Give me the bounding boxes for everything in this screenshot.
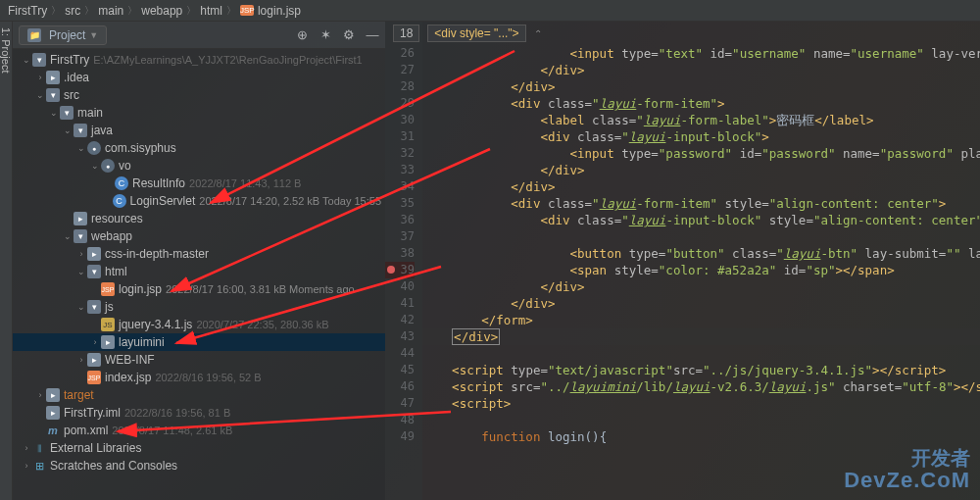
expand-icon[interactable]: ✶ xyxy=(318,28,332,42)
expand-icon[interactable]: › xyxy=(75,249,87,259)
code-line[interactable]: <div class="layui-form-item" style="alig… xyxy=(422,195,980,212)
breadcrumb-segment[interactable]: html xyxy=(200,4,222,18)
breadcrumb-segment[interactable]: FirstTry xyxy=(8,4,47,18)
line-number[interactable]: 37 xyxy=(385,228,415,245)
code-line[interactable]: <button type="button" class="layui-btn" … xyxy=(422,245,980,262)
collapse-icon[interactable]: ⌄ xyxy=(75,267,87,276)
tree-row[interactable]: ⌄▾src xyxy=(13,86,385,104)
line-number[interactable]: 33 xyxy=(385,162,415,178)
code-area[interactable]: <input type="text" id="username" name="u… xyxy=(422,22,980,500)
line-number[interactable]: 39 xyxy=(385,262,415,278)
tree-row[interactable]: ›▸target xyxy=(13,386,385,404)
code-line[interactable]: </div> xyxy=(422,328,980,345)
code-line[interactable]: <div class="layui-form-item"> xyxy=(422,95,980,112)
line-number[interactable]: 26 xyxy=(385,45,415,62)
line-number[interactable]: 28 xyxy=(385,78,415,95)
collapse-icon[interactable]: ⌄ xyxy=(21,55,32,65)
expand-icon[interactable]: › xyxy=(34,390,46,400)
tree-row[interactable]: mpom.xml 2022/8/17 11:48, 2.61 kB xyxy=(13,422,385,439)
line-number[interactable]: 42 xyxy=(385,312,415,328)
tree-row[interactable]: CResultInfo 2022/8/17 11:43, 112 B xyxy=(13,175,385,192)
line-number[interactable]: 36 xyxy=(385,212,415,228)
tree-row[interactable]: JSPlogin.jsp 2022/8/17 16:00, 3.81 kB Mo… xyxy=(13,280,385,298)
line-number[interactable]: 47 xyxy=(385,395,415,412)
code-line[interactable]: function login(){ xyxy=(422,428,980,445)
code-line[interactable]: <script> xyxy=(422,395,980,412)
line-number[interactable]: 43 xyxy=(385,328,415,345)
line-number[interactable]: 29 xyxy=(385,95,415,112)
code-line[interactable]: </div> xyxy=(422,178,980,195)
tree-row[interactable]: ›⫴External Libraries xyxy=(13,439,385,457)
tree-row[interactable]: ›▸.idea xyxy=(13,69,385,86)
tree-row[interactable]: ⌄●com.sisyphus xyxy=(13,139,385,157)
collapse-icon[interactable]: ⌄ xyxy=(62,125,74,135)
breadcrumb-segment[interactable]: login.jsp xyxy=(258,4,301,18)
line-number[interactable]: 38 xyxy=(385,245,415,262)
line-number[interactable]: 41 xyxy=(385,295,415,312)
hide-icon[interactable]: — xyxy=(366,28,379,42)
line-number[interactable]: 45 xyxy=(385,362,415,378)
tree-row[interactable]: ⌄▾webapp xyxy=(13,227,385,245)
code-line[interactable]: <script src="../layuimini/lib/layui-v2.6… xyxy=(422,378,980,395)
code-line[interactable] xyxy=(422,345,980,362)
collapse-icon[interactable]: ⌄ xyxy=(62,231,74,241)
tree-row[interactable]: ⌄●vo xyxy=(13,157,385,175)
code-line[interactable] xyxy=(422,412,980,428)
code-line[interactable]: <script type="text/javascript"src="../js… xyxy=(422,362,980,378)
tree-row[interactable]: ⌄▾html xyxy=(13,263,385,280)
tree-row[interactable]: JSPindex.jsp 2022/8/16 19:56, 52 B xyxy=(13,369,385,386)
line-number[interactable]: 30 xyxy=(385,112,415,128)
line-number[interactable]: 49 xyxy=(385,428,415,445)
line-number[interactable]: 34 xyxy=(385,178,415,195)
line-number[interactable]: 48 xyxy=(385,412,415,428)
line-number[interactable]: 32 xyxy=(385,145,415,162)
expand-icon[interactable]: › xyxy=(21,443,32,453)
code-line[interactable]: <div class="layui-input-block" style="al… xyxy=(422,212,980,228)
tree-row[interactable]: ⌄▾main xyxy=(13,104,385,122)
tree-row[interactable]: ▸resources xyxy=(13,210,385,227)
breadcrumb-segment[interactable]: src xyxy=(65,4,80,18)
code-line[interactable]: </div> xyxy=(422,162,980,178)
line-number[interactable]: 27 xyxy=(385,62,415,78)
settings-icon[interactable]: ⚙ xyxy=(342,28,356,42)
collapse-icon[interactable]: ⌄ xyxy=(75,143,87,153)
collapse-icon[interactable]: ⌄ xyxy=(34,90,46,100)
code-line[interactable]: <input type="password" id="password" nam… xyxy=(422,145,980,162)
tree-row[interactable]: ›▸WEB-INF xyxy=(13,351,385,369)
tree-row[interactable]: JSjquery-3.4.1.js 2020/7/27 22:35, 280.3… xyxy=(13,316,385,333)
tree-row[interactable]: ›▸css-in-depth-master xyxy=(13,245,385,263)
line-gutter[interactable]: 2627282930313233343536373839404142434445… xyxy=(385,22,422,500)
code-line[interactable]: </div> xyxy=(422,78,980,95)
project-tool-tab[interactable]: 1: Project xyxy=(0,22,13,500)
code-line[interactable]: </div> xyxy=(422,295,980,312)
code-editor[interactable]: 18 <div style= "..."> ⌃ 2627282930313233… xyxy=(385,22,980,500)
line-number[interactable]: 46 xyxy=(385,378,415,395)
tree-row[interactable]: ⌄▾java xyxy=(13,122,385,139)
line-number[interactable]: 35 xyxy=(385,195,415,212)
code-line[interactable]: </div> xyxy=(422,62,980,78)
code-line[interactable]: <div class="layui-input-block"> xyxy=(422,128,980,145)
tree-row[interactable]: CLoginServlet 2022/8/17 14:20, 2.52 kB T… xyxy=(13,192,385,210)
expand-icon[interactable]: › xyxy=(89,337,101,347)
project-tree[interactable]: ⌄▾FirstTry E:\AZMyLearnings\A_YJJXT2\Ren… xyxy=(13,49,385,500)
code-line[interactable] xyxy=(422,228,980,245)
expand-icon[interactable]: › xyxy=(21,461,32,471)
code-line[interactable]: <label class="layui-form-label">密码框</lab… xyxy=(422,112,980,128)
tree-row[interactable]: ⌄▾js xyxy=(13,298,385,316)
breadcrumb-segment[interactable]: webapp xyxy=(141,4,182,18)
collapse-icon[interactable]: ⌄ xyxy=(89,161,101,171)
tree-row[interactable]: ▸FirstTry.iml 2022/8/16 19:56, 81 B xyxy=(13,404,385,422)
collapse-icon[interactable]: ⌄ xyxy=(75,302,87,312)
line-number[interactable]: 31 xyxy=(385,128,415,145)
expand-icon[interactable]: › xyxy=(75,355,87,365)
line-number[interactable]: 44 xyxy=(385,345,415,362)
project-view-dropdown[interactable]: 📁 Project ▼ xyxy=(19,25,107,45)
line-number[interactable]: 40 xyxy=(385,278,415,295)
tree-row[interactable]: ⌄▾FirstTry E:\AZMyLearnings\A_YJJXT2\Ren… xyxy=(13,51,385,69)
collapse-icon[interactable]: ⌄ xyxy=(48,108,60,118)
locate-icon[interactable]: ⊕ xyxy=(295,28,309,42)
breadcrumb-segment[interactable]: main xyxy=(98,4,123,18)
code-line[interactable]: </div> xyxy=(422,278,980,295)
tree-row[interactable]: ›▸layuimini xyxy=(13,333,385,351)
expand-icon[interactable]: › xyxy=(34,73,46,82)
